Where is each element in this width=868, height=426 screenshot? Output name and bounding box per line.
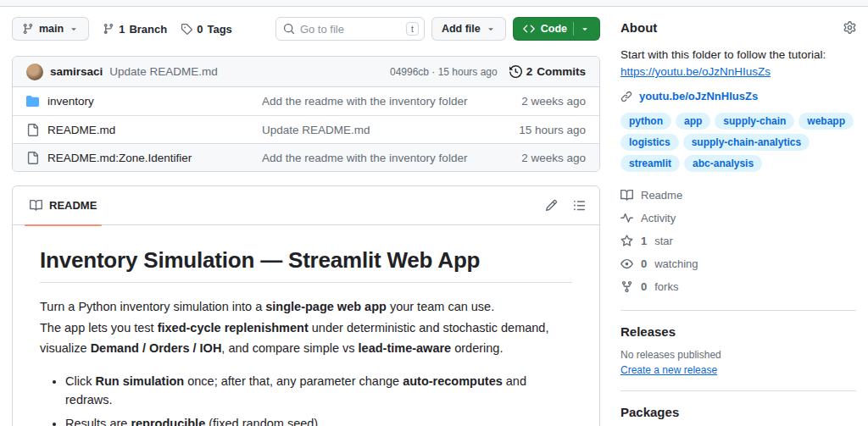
main-column: main 1 Branch 0 Tags [12, 7, 600, 426]
topic-streamlit[interactable]: streamlit [620, 155, 680, 172]
row-commit-message-link[interactable]: Update README.md [262, 124, 492, 136]
sidebar-meta-activity[interactable]: Activity [620, 208, 856, 228]
pulse-icon [620, 212, 633, 224]
website-link[interactable]: youtu.be/oJzNnHIusZs [639, 90, 758, 102]
latest-commit-bar: samirsaci Update README.md 04996cb · 15 … [13, 57, 599, 87]
git-branch-icon [103, 23, 114, 35]
folder-icon [26, 95, 39, 108]
commit-hash-time[interactable]: 04996cb · 15 hours ago [390, 66, 498, 78]
readme-title: Inventory Simulation — Streamlit Web App [40, 247, 572, 283]
commits-label: Commits [537, 65, 586, 78]
branch-selector-button[interactable]: main [12, 17, 89, 41]
list-unordered-icon [573, 199, 586, 212]
commits-count: 2 [526, 65, 533, 78]
meta-count: 1 [641, 235, 647, 247]
commit-history-link[interactable]: 2 Commits [509, 65, 586, 78]
pencil-icon [545, 199, 558, 212]
topic-python[interactable]: python [620, 113, 671, 130]
fork-icon [620, 280, 633, 293]
eye-icon [620, 257, 633, 270]
tags-label: Tags [207, 23, 231, 36]
meta-count: 0 [641, 257, 647, 270]
gear-icon [843, 21, 856, 34]
file-tree-box: samirsaci Update README.md 04996cb · 15 … [12, 56, 600, 172]
go-to-file-search[interactable]: t [275, 17, 425, 41]
repo-toolbar: main 1 Branch 0 Tags [12, 15, 600, 42]
sidebar-meta-star[interactable]: 1star [620, 231, 856, 251]
readme-content: Inventory Simulation — Streamlit Web App… [13, 225, 599, 426]
packages-section: Packages No packages published Publish y… [620, 405, 856, 426]
code-button-divider [573, 22, 574, 36]
sidebar: About Start with this folder to follow t… [620, 7, 856, 426]
file-name-link[interactable]: README.md [26, 124, 262, 136]
packages-title: Packages [620, 405, 856, 419]
readme-tab-label: README [49, 199, 97, 212]
link-icon [620, 91, 632, 102]
readme-paragraph: Turn a Python inventory simulation into … [40, 296, 572, 318]
file-name: inventory [47, 95, 94, 108]
commit-meta: 04996cb · 15 hours ago 2 Commits [390, 65, 586, 78]
edit-readme-button[interactable] [545, 199, 558, 212]
chevron-down-icon [580, 24, 590, 34]
commit-author-link[interactable]: samirsaci [50, 65, 103, 78]
file-table: inventoryAdd the readme with the invento… [13, 87, 599, 171]
search-input[interactable] [300, 23, 401, 36]
tags-link[interactable]: 0 Tags [181, 23, 232, 36]
create-release-link[interactable]: Create a new release [620, 364, 717, 376]
row-commit-message-link[interactable]: Add the readme with the inventory folder [262, 152, 492, 164]
file-row: inventoryAdd the readme with the invento… [13, 87, 599, 115]
sidebar-meta-watching[interactable]: 0watching [620, 254, 856, 274]
file-row: README.md:Zone.IdentifierAdd the readme … [13, 143, 599, 171]
file-icon [26, 124, 39, 136]
page-top-divider [0, 0, 868, 7]
file-row: README.mdUpdate README.md15 hours ago [13, 115, 599, 143]
tutorial-url-link[interactable]: https://youtu.be/oJzNnHIusZs [620, 65, 856, 78]
meta-label: Readme [641, 189, 682, 202]
meta-count: 0 [641, 280, 647, 293]
about-description: Start with this folder to follow the tut… [620, 47, 856, 64]
add-file-button[interactable]: Add file [431, 17, 506, 41]
topic-app[interactable]: app [676, 113, 710, 130]
topic-supply-chain-analytics[interactable]: supply-chain-analytics [683, 134, 810, 151]
commit-message-link[interactable]: Update README.md [109, 65, 218, 78]
topic-webapp[interactable]: webapp [798, 113, 854, 130]
file-name: README.md:Zone.Identifier [47, 152, 192, 164]
code-button-label: Code [541, 23, 567, 35]
edit-repo-settings-button[interactable] [843, 21, 856, 34]
git-branch-icon [22, 23, 34, 35]
row-commit-date: 15 hours ago [492, 124, 586, 136]
chevron-down-icon [69, 24, 79, 34]
tag-icon [181, 23, 192, 35]
row-commit-message-link[interactable]: Add the readme with the inventory folder [262, 95, 492, 108]
sidebar-meta-readme[interactable]: Readme [620, 185, 856, 205]
sidebar-meta-forks[interactable]: 0forks [620, 277, 856, 296]
readme-box: README Inventory Simulat [12, 185, 600, 426]
readme-bullet: Click Run simulation once; after that, a… [65, 373, 572, 410]
add-file-label: Add file [442, 23, 481, 35]
topic-supply-chain[interactable]: supply-chain [715, 113, 794, 130]
meta-label: watching [654, 257, 698, 270]
book-icon [30, 199, 42, 212]
sidebar-meta-list: ReadmeActivity1star0watching0forks [620, 185, 856, 296]
readme-intro: Turn a Python inventory simulation into … [40, 296, 572, 359]
file-name-link[interactable]: README.md:Zone.Identifier [26, 152, 262, 164]
file-icon [26, 152, 39, 164]
outline-button[interactable] [573, 199, 586, 212]
repo-page: main 1 Branch 0 Tags [0, 7, 868, 426]
releases-section: Releases No releases published Create a … [620, 324, 856, 377]
tab-readme[interactable]: README [26, 186, 100, 225]
branches-label: Branch [129, 23, 167, 36]
code-button[interactable]: Code [513, 17, 600, 41]
file-name: README.md [47, 124, 115, 136]
row-commit-date: 2 weeks ago [492, 95, 586, 108]
avatar[interactable] [26, 64, 43, 80]
branches-link[interactable]: 1 Branch [103, 23, 167, 36]
chevron-down-icon [486, 24, 496, 34]
topic-tags: pythonappsupply-chainwebapplogisticssupp… [620, 113, 856, 172]
file-name-link[interactable]: inventory [26, 95, 262, 108]
releases-title: Releases [620, 324, 856, 339]
meta-label: forks [654, 280, 678, 293]
topic-abc-analysis[interactable]: abc-analysis [684, 155, 762, 172]
topic-logistics[interactable]: logistics [620, 134, 679, 151]
star-icon [620, 235, 633, 247]
